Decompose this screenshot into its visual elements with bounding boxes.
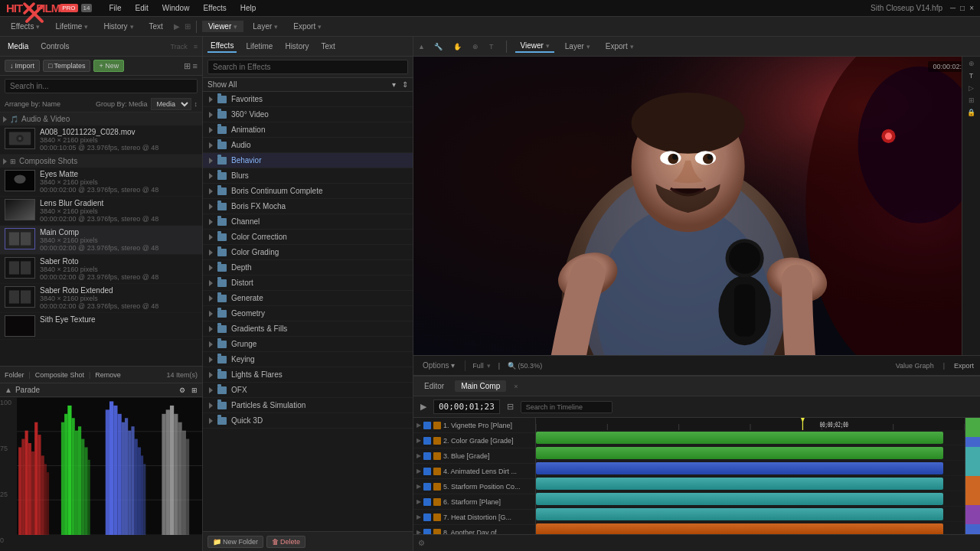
effects-tab-effects[interactable]: Effects — [207, 40, 237, 53]
list-item[interactable]: Main Comp 3840 × 2160 pixels 00:00:02:00… — [0, 226, 202, 255]
viewer-hand-icon[interactable]: ✋ — [453, 43, 462, 51]
menu-effects[interactable]: Effects — [200, 2, 229, 14]
menu-edit[interactable]: Edit — [132, 2, 152, 14]
effects-tab-text[interactable]: Text — [318, 41, 338, 52]
track-solo-btn-2[interactable] — [433, 437, 441, 445]
track-vis-btn-8[interactable] — [423, 529, 431, 535]
track-vis-btn-4[interactable] — [423, 468, 431, 475]
tl-filter-btn[interactable]: ⊟ — [505, 400, 516, 413]
track-expand-6[interactable]: ▶ — [416, 498, 421, 505]
scopes-expand-icon[interactable]: ▲ — [5, 386, 12, 394]
effect-category-channel[interactable]: Channel — [203, 214, 413, 230]
track-expand-1[interactable]: ▶ — [416, 422, 421, 429]
track-solo-btn-3[interactable] — [433, 452, 441, 460]
effect-category-gradients[interactable]: Gradients & Fills — [203, 321, 413, 337]
effect-category-blurs[interactable]: Blurs — [203, 168, 413, 184]
templates-button[interactable]: □ Templates — [43, 60, 90, 72]
menu-file[interactable]: File — [106, 2, 124, 14]
viewer-tab-export[interactable]: Export ▾ — [601, 41, 639, 52]
effects-tab-lifetime[interactable]: Lifetime — [243, 41, 276, 52]
menu-help[interactable]: Help — [237, 2, 260, 14]
media-section-av[interactable]: 🎵 Audio & Video — [0, 112, 202, 126]
effect-category-360[interactable]: 360° Video — [203, 107, 413, 122]
viewer-rt-icon2[interactable]: T — [969, 72, 974, 80]
track-expand-2[interactable]: ▶ — [416, 437, 421, 444]
import-button[interactable]: ↓ Import — [5, 60, 40, 72]
options-button[interactable]: Options ▾ — [420, 360, 458, 371]
effect-category-ofx[interactable]: OFX — [203, 383, 413, 398]
tab-layer[interactable]: Layer ▾ — [247, 21, 284, 32]
tab-history[interactable]: History ▾ — [97, 21, 139, 32]
timeline-bar-row[interactable] — [536, 430, 965, 445]
viewer-text-icon[interactable]: T — [489, 43, 494, 51]
scopes-more-icon[interactable]: ⊞ — [191, 386, 198, 394]
new-button[interactable]: + New — [93, 60, 124, 72]
track-expand-8[interactable]: ▶ — [416, 529, 421, 534]
tab-export[interactable]: Export ▾ — [287, 21, 328, 32]
scopes-settings-icon[interactable]: ⚙ — [179, 386, 185, 394]
list-item[interactable]: Saber Roto Extended 3840 × 2160 pixels 0… — [0, 284, 202, 313]
effect-category-grunge[interactable]: Grunge — [203, 337, 413, 352]
effect-category-audio[interactable]: Audio — [203, 138, 413, 153]
sort-icon[interactable]: ↕ — [194, 100, 198, 108]
track-vis-btn-2[interactable] — [423, 437, 431, 445]
timeline-bar-row[interactable] — [536, 522, 965, 534]
effect-category-color-grading[interactable]: Color Grading — [203, 245, 413, 260]
effect-category-particles[interactable]: Particles & Simulation — [203, 398, 413, 413]
effect-category-animation[interactable]: Animation — [203, 122, 413, 138]
value-graph-btn[interactable]: Value Graph — [896, 362, 934, 370]
track-expand-3[interactable]: ▶ — [416, 452, 421, 459]
window-minimize[interactable]: ─ — [950, 4, 956, 12]
track-solo-btn-7[interactable] — [433, 514, 441, 521]
group-by-select[interactable]: Media — [151, 98, 191, 110]
timeline-bar-row[interactable] — [536, 491, 965, 507]
viewer-rt-icon3[interactable]: ▷ — [969, 84, 974, 92]
track-solo-btn-4[interactable] — [433, 468, 441, 475]
timeline-bar-row[interactable] — [536, 445, 965, 461]
track-solo-btn-8[interactable] — [433, 529, 441, 535]
media-tab-controls[interactable]: Controls — [38, 41, 72, 52]
timeline-ruler[interactable]: 00;00;02;00 — [536, 418, 965, 430]
list-item[interactable]: Sith Eye Texture — [0, 313, 202, 340]
media-tab-track[interactable]: Track — [171, 43, 188, 51]
list-item[interactable]: Lens Blur Gradient 3840 × 2160 pixels 00… — [0, 197, 202, 226]
effects-tab-history[interactable]: History — [282, 41, 312, 52]
track-expand-4[interactable]: ▶ — [416, 468, 421, 474]
track-vis-btn-6[interactable] — [423, 498, 431, 506]
effect-category-distort[interactable]: Distort — [203, 276, 413, 291]
timeline-current-time[interactable]: 00;00;01;23 — [433, 399, 500, 414]
effect-category-generate[interactable]: Generate — [203, 291, 413, 306]
track-vis-btn-7[interactable] — [423, 514, 431, 521]
filter-resize-icon[interactable]: ⇕ — [402, 80, 408, 89]
panel-menu-icon[interactable]: ≡ — [194, 43, 198, 51]
tl-tab-editor[interactable]: Editor — [418, 380, 450, 392]
view-list-icon[interactable]: ≡ — [193, 61, 198, 71]
media-tab-media[interactable]: Media — [5, 41, 31, 52]
viewer-tab-layer[interactable]: Layer ▾ — [560, 41, 595, 52]
timeline-bar-row[interactable] — [536, 461, 965, 476]
tl-settings-btn[interactable]: ⚙ — [418, 539, 425, 547]
remove-btn[interactable]: Remove — [95, 371, 121, 379]
track-solo-btn-5[interactable] — [433, 483, 441, 491]
viewer-export-btn[interactable]: Export — [954, 362, 974, 370]
track-solo-btn-6[interactable] — [433, 498, 441, 506]
media-section-comp[interactable]: ⊞ Composite Shots — [0, 155, 202, 168]
tab-text[interactable]: Text — [143, 21, 169, 32]
timeline-search-input[interactable] — [521, 401, 612, 413]
new-folder-button[interactable]: 📁 New Folder — [207, 536, 263, 548]
track-expand-5[interactable]: ▶ — [416, 483, 421, 490]
folder-btn[interactable]: Folder — [5, 371, 24, 379]
tl-play-btn[interactable]: ▶ — [418, 400, 429, 413]
effect-category-depth[interactable]: Depth — [203, 260, 413, 276]
filter-dropdown-icon[interactable]: ▾ — [392, 80, 396, 89]
list-item[interactable]: Saber Roto 3840 × 2160 pixels 00:00:02:0… — [0, 255, 202, 284]
tl-close-tab[interactable]: × — [514, 383, 518, 390]
effect-category-geometry[interactable]: Geometry — [203, 306, 413, 321]
effects-search-input[interactable] — [207, 60, 408, 74]
track-vis-btn-5[interactable] — [423, 483, 431, 491]
viewer-snap-icon[interactable]: 🔧 — [434, 43, 443, 51]
track-solo-btn-1[interactable] — [433, 422, 441, 429]
effect-category-boris[interactable]: Boris Continuum Complete — [203, 184, 413, 199]
track-vis-btn-3[interactable] — [423, 452, 431, 460]
composite-shot-btn[interactable]: Composite Shot — [35, 371, 84, 379]
